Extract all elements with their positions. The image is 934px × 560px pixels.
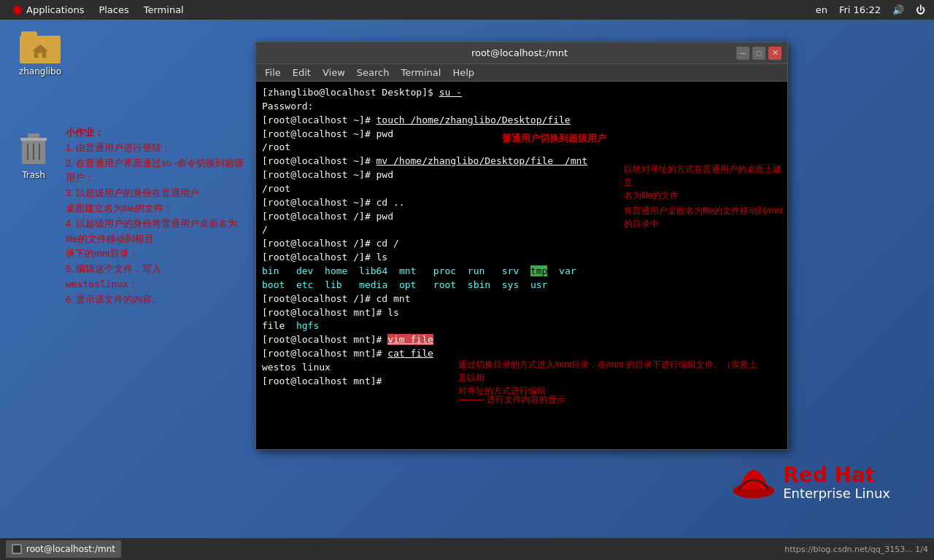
terminal-line-15: boot etc lib media opt root sbin sys usr bbox=[262, 279, 781, 292]
terminal-line-12: [root@localhost /]# cd / bbox=[262, 237, 781, 251]
notes-item-2: 2. 在普通用户界面通过su -命令切换到超级用户； bbox=[66, 156, 248, 187]
terminal-menu-terminal[interactable]: Terminal bbox=[395, 64, 447, 82]
desktop: zhanglibo Trash 小作业： 1. 由普通用户进行登陆； 2. 在普… bbox=[0, 20, 934, 538]
home-symbol bbox=[30, 43, 50, 59]
topbar-applications[interactable]: Applications bbox=[6, 0, 91, 20]
redhat-logo: Red Hat Enterprise Linux bbox=[732, 465, 890, 502]
taskbar-left: root@localhost:/mnt bbox=[6, 540, 121, 558]
language-indicator: en bbox=[813, 4, 830, 15]
terminal-line-13: [root@localhost /]# ls bbox=[262, 251, 781, 265]
topbar-right: en Fri 16:22 🔊 ⏻ bbox=[813, 4, 928, 15]
clock: Fri 16:22 bbox=[836, 4, 884, 15]
terminal-menu-view[interactable]: View bbox=[317, 64, 351, 82]
taskbar-url: https://blog.csdn.net/qq_3153... 1/4 bbox=[784, 545, 928, 554]
terminal-line-19: [root@localhost mnt]# vim file bbox=[262, 333, 781, 347]
terminal-menu-search[interactable]: Search bbox=[351, 64, 395, 82]
terminal-line-16: [root@localhost /]# cd mnt bbox=[262, 292, 781, 306]
terminal-line-18: file hgfs bbox=[262, 319, 781, 333]
places-label: Places bbox=[99, 4, 128, 15]
folder-graphic bbox=[20, 31, 61, 63]
redhat-text: Red Hat Enterprise Linux bbox=[783, 465, 890, 502]
notes-item-1: 1. 由普通用户进行登陆； bbox=[66, 141, 248, 156]
terminal-line-17: [root@localhost mnt]# ls bbox=[262, 306, 781, 320]
power-icon[interactable]: ⏻ bbox=[913, 4, 928, 15]
terminal-minimize-button[interactable]: ─ bbox=[736, 47, 749, 60]
terminal-menu-edit[interactable]: Edit bbox=[287, 64, 317, 82]
terminal-line-3: [root@localhost ~]# touch /home/zhanglib… bbox=[262, 114, 781, 128]
volume-icon[interactable]: 🔊 bbox=[889, 4, 907, 15]
redhat-product: Enterprise Linux bbox=[783, 486, 890, 502]
terminal-close-button[interactable]: ✕ bbox=[768, 47, 781, 60]
taskbar-app-icon bbox=[12, 544, 22, 554]
annotation-su: 普通用户切换到超级用户 bbox=[502, 131, 606, 146]
folder-label: zhanglibo bbox=[19, 66, 61, 77]
topbar-terminal[interactable]: Terminal bbox=[136, 0, 191, 20]
taskbar-right: https://blog.csdn.net/qq_3153... 1/4 bbox=[784, 545, 928, 554]
terminal-line-2: Password: bbox=[262, 100, 781, 114]
topbar: Applications Places Terminal en Fri 16:2… bbox=[0, 0, 934, 20]
terminal-menu-file[interactable]: File bbox=[259, 64, 287, 82]
annotation-cat: ——— 进行文件内容的显示 bbox=[458, 393, 566, 406]
notes-item-4: 4. 以超级用户的身份将普通用户桌面名为file的文件移动到根目录下的mnt目录… bbox=[66, 217, 248, 262]
terminal-title: root@localhost:/mnt bbox=[306, 47, 733, 58]
taskbar-app-label: root@localhost:/mnt bbox=[26, 544, 115, 554]
terminal-label: Terminal bbox=[144, 4, 184, 15]
annotation-touch: 以绝对寻址的方式在普通用户的桌面上建立名为file的文件 bbox=[624, 163, 784, 202]
terminal-maximize-button[interactable]: □ bbox=[752, 47, 765, 60]
terminal-menu-help[interactable]: Help bbox=[447, 64, 480, 82]
svg-marker-0 bbox=[32, 44, 48, 58]
trash-icon[interactable]: Trash bbox=[16, 129, 51, 180]
redhat-hat-graphic bbox=[732, 465, 776, 502]
taskbar-terminal-app[interactable]: root@localhost:/mnt bbox=[6, 540, 121, 558]
terminal-line-14: bin dev home lib64 mnt proc run srv tmp … bbox=[262, 265, 781, 279]
annotation-cd: 通过切换目录的方式进入/mnt目录，在/mnt 的目录下进行编辑文件。（实质上是… bbox=[458, 358, 765, 397]
home-folder-icon[interactable]: zhanglibo bbox=[7, 27, 73, 81]
taskbar: root@localhost:/mnt https://blog.csdn.ne… bbox=[0, 538, 934, 560]
notes-item-3: 3. 以超级用户的身份在普通用户桌面建立名为file的文件； bbox=[66, 186, 248, 217]
terminal-menu: File Edit View Search Terminal Help bbox=[256, 64, 787, 82]
terminal-line-1: [zhanglibo@localhost Desktop]$ su - bbox=[262, 86, 781, 100]
svg-rect-2 bbox=[20, 138, 47, 141]
redhat-name: Red Hat bbox=[783, 465, 890, 486]
topbar-dot bbox=[13, 6, 22, 15]
terminal-titlebar: root@localhost:/mnt ─ □ ✕ bbox=[256, 42, 787, 64]
terminal-window-controls: ─ □ ✕ bbox=[733, 47, 781, 60]
topbar-places[interactable]: Places bbox=[91, 0, 136, 20]
trash-graphic bbox=[16, 129, 51, 167]
notes-item-6: 6. 显示该文件的内容。 bbox=[66, 292, 248, 308]
notes-panel: 小作业： 1. 由普通用户进行登陆； 2. 在普通用户界面通过su -命令切换到… bbox=[66, 125, 248, 308]
applications-label: Applications bbox=[26, 4, 84, 15]
notes-title: 小作业： bbox=[66, 125, 248, 141]
notes-item-5: 5. 编辑这个文件，写入westoslinux； bbox=[66, 262, 248, 292]
svg-rect-3 bbox=[28, 133, 39, 138]
trash-label: Trash bbox=[22, 170, 45, 180]
annotation-mv: 将普通用户桌面名为file的文件移动到/mnt的目录中 bbox=[624, 204, 784, 230]
topbar-left: Applications Places Terminal bbox=[6, 0, 191, 20]
folder-body bbox=[20, 36, 61, 63]
